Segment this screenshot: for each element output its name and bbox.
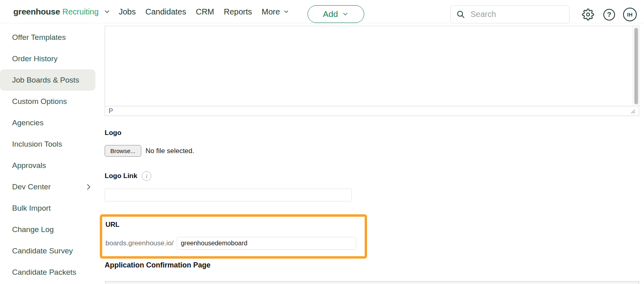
description-rich-text-editor: P bbox=[105, 26, 639, 116]
logo-section-heading: Logo bbox=[105, 129, 122, 137]
sidebar-item-inclusion-tools[interactable]: Inclusion Tools bbox=[0, 133, 105, 155]
add-button[interactable]: Add bbox=[308, 5, 364, 23]
nav-item-more[interactable]: More bbox=[262, 7, 289, 17]
info-icon[interactable]: i bbox=[142, 171, 151, 181]
sidebar-item-candidate-packets[interactable]: Candidate Packets bbox=[0, 261, 105, 283]
nav-item-crm[interactable]: CRM bbox=[196, 7, 214, 17]
search-box bbox=[450, 5, 570, 23]
brand-wordmark: greenhouse bbox=[13, 7, 60, 17]
editor-status-bar: P bbox=[105, 106, 639, 116]
url-section-heading: URL bbox=[105, 221, 120, 229]
search-input[interactable] bbox=[471, 10, 564, 19]
chevron-down-icon bbox=[103, 8, 111, 15]
help-icon[interactable]: ? bbox=[603, 9, 615, 21]
logo-link-heading: Logo Link bbox=[105, 172, 137, 180]
editor-resize-grip-icon[interactable] bbox=[630, 108, 635, 114]
browse-button[interactable]: Browse... bbox=[105, 145, 141, 157]
top-nav-bar: greenhouse Recruiting Jobs Candidates CR… bbox=[0, 0, 644, 23]
nav-item-candidates[interactable]: Candidates bbox=[145, 7, 186, 17]
editor-scrollbar-thumb[interactable] bbox=[634, 28, 638, 104]
sidebar-item-job-boards-posts[interactable]: Job Boards & Posts bbox=[0, 69, 95, 91]
board-url-input[interactable] bbox=[177, 237, 356, 250]
url-prefix-text: boards.greenhouse.io/ bbox=[105, 239, 173, 247]
user-avatar[interactable]: IH bbox=[623, 8, 637, 21]
sidebar-item-custom-options[interactable]: Custom Options bbox=[0, 91, 105, 112]
url-highlight-box: URL boards.greenhouse.io/ bbox=[100, 214, 367, 259]
file-status-text: No file selected. bbox=[146, 147, 194, 155]
editor-content-area[interactable] bbox=[105, 26, 633, 106]
sidebar-item-dev-center[interactable]: Dev Center bbox=[0, 176, 105, 197]
settings-sidebar: Offer Templates Order History Job Boards… bbox=[0, 23, 105, 284]
confirmation-editor-top-edge bbox=[105, 281, 639, 284]
sidebar-item-agencies[interactable]: Agencies bbox=[0, 112, 105, 133]
sidebar-item-offer-templates[interactable]: Offer Templates bbox=[0, 27, 105, 48]
chevron-down-icon bbox=[283, 8, 289, 15]
page: greenhouse Recruiting Jobs Candidates CR… bbox=[0, 0, 644, 284]
nav-item-jobs[interactable]: Jobs bbox=[119, 7, 136, 17]
confirmation-section-heading: Application Confirmation Page bbox=[105, 261, 211, 269]
sidebar-item-order-history[interactable]: Order History bbox=[0, 48, 105, 69]
logo-file-upload: Browse... No file selected. bbox=[105, 145, 194, 157]
sidebar-item-bulk-import[interactable]: Bulk Import bbox=[0, 197, 105, 219]
primary-nav: Jobs Candidates CRM Reports More bbox=[119, 0, 289, 23]
sidebar-item-candidate-survey[interactable]: Candidate Survey bbox=[0, 240, 105, 261]
chevron-right-icon bbox=[85, 183, 93, 191]
nav-item-reports[interactable]: Reports bbox=[224, 7, 252, 17]
settings-gear-icon[interactable] bbox=[582, 8, 594, 21]
logo-link-input[interactable] bbox=[105, 189, 352, 201]
editor-scrollbar[interactable] bbox=[633, 26, 639, 106]
app-logo-menu[interactable]: greenhouse Recruiting bbox=[13, 0, 111, 23]
editor-element-path: P bbox=[109, 108, 113, 115]
search-icon bbox=[456, 10, 465, 19]
chevron-down-icon bbox=[342, 10, 349, 18]
sidebar-item-change-log[interactable]: Change Log bbox=[0, 219, 105, 240]
sidebar-item-approvals[interactable]: Approvals bbox=[0, 155, 105, 176]
product-name: Recruiting bbox=[62, 7, 99, 17]
